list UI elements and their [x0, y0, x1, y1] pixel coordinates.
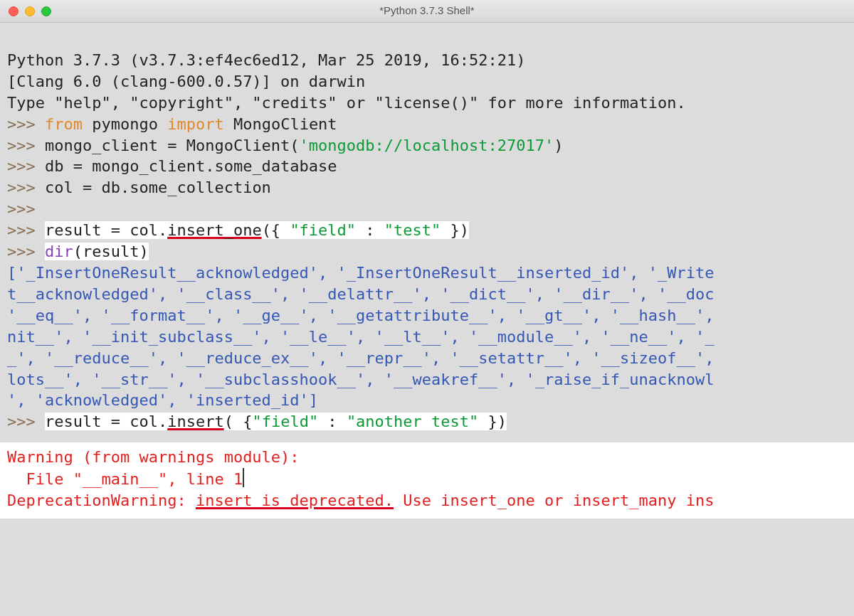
- highlighted-line: result = col.insert_one({ "field" : "tes…: [45, 221, 469, 239]
- highlighted-line: result = col.insert( {"field" : "another…: [45, 413, 507, 430]
- window-titlebar: *Python 3.7.3 Shell*: [0, 0, 854, 23]
- code-text: mongo_client = MongoClient(: [45, 137, 300, 154]
- code-text: }): [441, 221, 469, 239]
- string-literal: "another test": [347, 413, 478, 430]
- code-text: pymongo: [83, 115, 167, 133]
- string-literal: "field": [290, 221, 356, 239]
- code-text: :: [318, 413, 347, 430]
- code-text: result = col.: [45, 221, 167, 239]
- string-literal: 'mongodb://localhost:27017': [300, 137, 554, 154]
- window-title: *Python 3.7.3 Shell*: [0, 4, 854, 18]
- code-text: ({: [262, 221, 290, 239]
- code-text: MongoClient: [224, 115, 337, 133]
- warning-line: File "__main__", line 1: [7, 471, 243, 489]
- code-text: (result): [73, 243, 149, 260]
- warning-block: Warning (from warnings module): File "__…: [0, 442, 854, 519]
- underlined-method: insert_one: [167, 221, 261, 239]
- string-literal: "field": [252, 413, 318, 430]
- warning-prefix: DeprecationWarning:: [7, 492, 196, 509]
- zoom-window-button[interactable]: [41, 6, 51, 16]
- shell-output-area[interactable]: Python 3.7.3 (v3.7.3:ef4ec6ed12, Mar 25 …: [0, 23, 854, 583]
- dir-output: ['_InsertOneResult__acknowledged', '_Ins…: [7, 264, 714, 409]
- minimize-window-button[interactable]: [25, 6, 35, 16]
- prompt: >>>: [7, 200, 45, 218]
- prompt: >>>: [7, 243, 45, 260]
- prompt: >>>: [7, 137, 45, 154]
- text-cursor: [243, 468, 244, 487]
- banner-line: [Clang 6.0 (clang-600.0.57)] on darwin: [7, 73, 365, 90]
- code-text: ): [554, 137, 563, 154]
- string-literal: "test": [384, 221, 441, 239]
- code-text: }): [478, 413, 507, 430]
- window-controls: [9, 6, 51, 16]
- builtin-call: dir: [45, 243, 73, 260]
- code-text: ( {: [224, 413, 253, 430]
- code-text: :: [356, 221, 384, 239]
- code-text: col = db.some_collection: [45, 179, 271, 196]
- highlighted-line: dir(result): [45, 243, 149, 260]
- code-text: result = col.: [45, 413, 167, 430]
- underlined-method: insert: [167, 413, 223, 430]
- prompt: >>>: [7, 157, 45, 175]
- prompt: >>>: [7, 179, 45, 196]
- banner-line: Type "help", "copyright", "credits" or "…: [7, 94, 686, 112]
- banner-line: Python 3.7.3 (v3.7.3:ef4ec6ed12, Mar 25 …: [7, 51, 535, 69]
- code-text: db = mongo_client.some_database: [45, 157, 337, 175]
- warning-tail: Use insert_one or insert_many ins: [394, 492, 714, 509]
- prompt: >>>: [7, 413, 45, 430]
- prompt: >>>: [7, 221, 45, 239]
- warning-line: Warning (from warnings module):: [7, 448, 300, 466]
- keyword-import: import: [167, 115, 223, 133]
- warning-deprecated: insert is deprecated.: [196, 492, 394, 509]
- keyword-from: from: [45, 115, 83, 133]
- prompt: >>>: [7, 115, 45, 133]
- close-window-button[interactable]: [9, 6, 19, 16]
